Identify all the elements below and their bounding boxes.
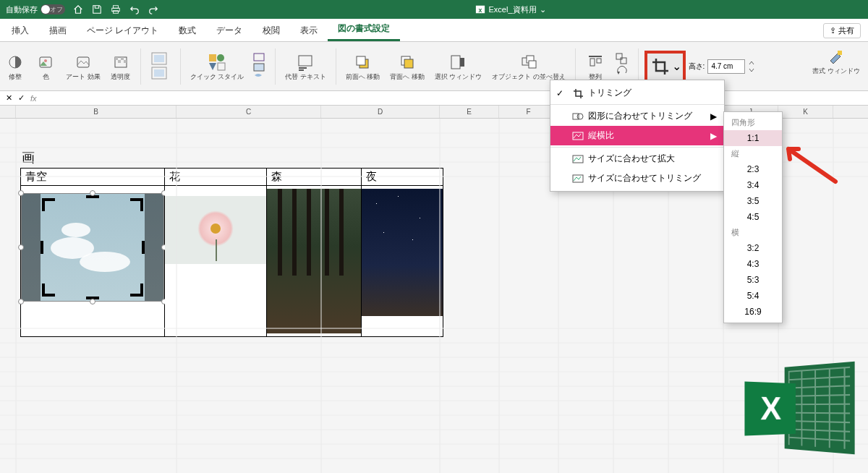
dropdown-caret-icon[interactable]: ⌄: [540, 5, 546, 14]
selection-pane-button[interactable]: 選択 ウィンドウ: [431, 52, 486, 81]
artistic-effects-button[interactable]: アート 効果: [62, 52, 104, 81]
svg-rect-0: [114, 6, 119, 9]
alt-text-button[interactable]: 代替 テキスト: [281, 52, 330, 81]
crop-dropdown-caret[interactable]: ⌄: [672, 59, 681, 73]
alt-text-icon: [295, 52, 315, 72]
share-button[interactable]: ⇪ 共有: [823, 23, 861, 38]
svg-rect-15: [154, 55, 164, 62]
menu-trim[interactable]: ✓ トリミング: [550, 83, 724, 103]
svg-rect-38: [616, 54, 622, 59]
reorder-objects-button[interactable]: オブジェクト の並べ替え: [488, 52, 569, 81]
col-header-D[interactable]: D: [321, 106, 440, 118]
svg-rect-18: [209, 54, 216, 61]
color-icon: [35, 52, 56, 72]
tab-view[interactable]: 表示: [290, 20, 328, 41]
submenu-item-16-9[interactable]: 16:9: [724, 304, 782, 320]
selection-pane-icon: [448, 52, 468, 72]
select-all-corner[interactable]: [0, 106, 16, 118]
save-icon[interactable]: [91, 4, 103, 15]
col-header-B[interactable]: B: [16, 106, 176, 118]
col-header-E[interactable]: E: [440, 106, 499, 118]
color-button[interactable]: 色: [32, 52, 59, 81]
bring-forward-icon: [352, 52, 373, 72]
tab-draw[interactable]: 描画: [39, 20, 77, 41]
submenu-header-landscape: 横: [724, 225, 782, 240]
bring-forward-button[interactable]: 前面へ 移動: [342, 52, 384, 81]
tab-review[interactable]: 校閲: [252, 20, 290, 41]
autosave-label: 自動保存: [6, 4, 38, 15]
submenu-item-3-4[interactable]: 3:4: [724, 177, 782, 193]
submenu-arrow-icon: ▶: [710, 111, 717, 122]
submenu-item-5-3[interactable]: 5:3: [724, 272, 782, 288]
ribbon: 修整 色 アート 効果 透明度 クイック スタイル 代替 テキスト 前面へ 移動…: [0, 42, 868, 91]
submenu-item-4-3[interactable]: 4:3: [724, 256, 782, 272]
svg-point-19: [217, 54, 224, 61]
crop-dropdown-menu: ✓ トリミング 図形に合わせてトリミング ▶ 縦横比 ▶ サイズに合わせて拡大 …: [550, 80, 725, 192]
corrections-button[interactable]: 修整: [1, 52, 29, 81]
menu-aspect-ratio[interactable]: 縦横比 ▶: [550, 126, 724, 145]
corrections-icon: [5, 52, 25, 72]
col-header-C[interactable]: C: [176, 106, 321, 118]
excel-file-icon: x: [475, 4, 485, 14]
format-pane-icon: [826, 46, 846, 67]
svg-rect-37: [597, 59, 601, 63]
tab-pagelayout[interactable]: ページ レイアウト: [77, 20, 169, 41]
col-header-K[interactable]: K: [778, 106, 833, 118]
fit-icon: [572, 154, 584, 164]
stepper-icon[interactable]: [748, 60, 755, 73]
svg-rect-12: [118, 60, 121, 63]
fx-label[interactable]: fx: [30, 94, 37, 103]
svg-rect-10: [115, 57, 118, 60]
height-input[interactable]: [707, 59, 745, 74]
home-icon[interactable]: [72, 4, 84, 15]
submenu-header-square: 四角形: [724, 115, 782, 130]
menu-crop-to-shape[interactable]: 図形に合わせてトリミング ▶: [550, 106, 724, 126]
transparency-button[interactable]: 透明度: [107, 52, 135, 81]
cancel-icon[interactable]: ✕: [6, 93, 12, 103]
submenu-item-3-5[interactable]: 3:5: [724, 193, 782, 209]
submenu-item-2-3[interactable]: 2:3: [724, 161, 782, 177]
autosave-toggle[interactable]: オフ: [41, 4, 65, 14]
quick-styles-icon: [207, 52, 227, 72]
undo-icon[interactable]: [129, 4, 140, 15]
aspect-ratio-submenu: 四角形 1:1 縦 2:3 3:4 3:5 4:5 横 3:2 4:3 5:3 …: [723, 111, 783, 323]
enter-icon[interactable]: ✓: [18, 93, 25, 103]
svg-rect-36: [590, 59, 595, 66]
submenu-item-4-5[interactable]: 4:5: [724, 209, 782, 225]
svg-rect-34: [529, 61, 536, 68]
align-button[interactable]: 整列: [582, 52, 609, 81]
artistic-icon: [73, 52, 93, 72]
svg-rect-29: [404, 59, 413, 68]
share-icon: ⇪: [830, 26, 836, 35]
ribbon-tabs: 挿入 描画 ページ レイアウト 数式 データ 校閲 表示 図の書式設定 ⇪ 共有: [0, 19, 868, 42]
tab-insert[interactable]: 挿入: [1, 20, 39, 41]
format-pane-button[interactable]: 書式 ウィンドウ: [809, 46, 864, 75]
svg-rect-21: [254, 54, 264, 61]
svg-rect-30: [451, 56, 460, 69]
menu-fill[interactable]: サイズに合わせてトリミング: [550, 169, 724, 188]
submenu-item-3-2[interactable]: 3:2: [724, 240, 782, 256]
crop-button-highlighted[interactable]: ⌄: [644, 51, 686, 82]
group-rotate[interactable]: [612, 51, 632, 82]
tab-data[interactable]: データ: [206, 20, 252, 41]
formula-bar: ✕ ✓ fx: [0, 91, 868, 106]
annotation-arrow: [781, 142, 839, 185]
menu-fit[interactable]: サイズに合わせて拡大: [550, 149, 724, 169]
print-icon[interactable]: [110, 4, 122, 15]
submenu-item-5-4[interactable]: 5:4: [724, 288, 782, 304]
quick-styles-button[interactable]: クイック スタイル: [187, 52, 248, 81]
redo-icon[interactable]: [148, 4, 159, 15]
picture-styles[interactable]: [147, 51, 174, 82]
svg-rect-11: [121, 57, 124, 60]
svg-rect-27: [357, 56, 365, 65]
svg-point-67: [577, 114, 583, 119]
tab-picture-format[interactable]: 図の書式設定: [328, 18, 400, 41]
tab-formulas[interactable]: 数式: [169, 20, 206, 41]
crop-icon: [649, 55, 672, 78]
send-backward-icon: [397, 52, 417, 72]
shape-outline[interactable]: [250, 52, 269, 81]
svg-rect-39: [621, 58, 626, 64]
submenu-item-1-1[interactable]: 1:1: [724, 130, 782, 146]
svg-rect-13: [124, 60, 127, 63]
send-backward-button[interactable]: 背面へ 移動: [386, 52, 428, 81]
